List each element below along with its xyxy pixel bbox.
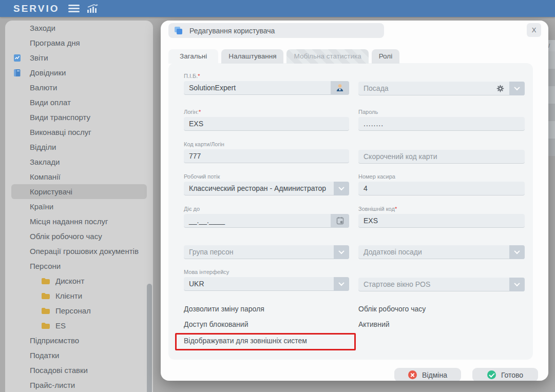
cancel-button[interactable]: Відміна (394, 368, 461, 381)
brand-logo: SERVIO (13, 3, 59, 14)
posada-select[interactable]: Посада (358, 82, 525, 95)
book-icon (12, 69, 22, 77)
cancel-x-icon (408, 370, 417, 379)
application-window: SERVIO /Ло Заходи Програма дня (0, 0, 555, 392)
short-card-code-input[interactable]: Скорочений код карти (358, 150, 525, 164)
field-extra-positions: Додаткові посади (358, 245, 525, 259)
sidebar-item-operatsii-hroshovykh-dokumentiv[interactable]: Операції грошових документів (5, 244, 153, 259)
app-header: SERVIO (0, 0, 555, 17)
cashier-number-input[interactable]: 4 (358, 182, 525, 195)
sidebar-item-vydy-transportu[interactable]: Види транспорту (5, 110, 153, 125)
sidebar-item-kliienty[interactable]: Клієнти (5, 288, 153, 303)
sidebar-item-pidpryiemstvo[interactable]: Підприємство (5, 333, 153, 348)
sidebar-item-personal[interactable]: Персонал (5, 303, 153, 318)
field-valid-until: Діє до __.__.____ (184, 206, 349, 228)
sidebar-item-viddily[interactable]: Відділи (5, 140, 153, 154)
workflow-select[interactable]: Классический ресторан - Администратор (184, 182, 349, 195)
done-check-icon (487, 370, 496, 379)
pib-input[interactable]: SolutionExpert (184, 81, 349, 95)
hamburger-menu-icon[interactable] (68, 5, 80, 12)
sidebar-item-krainy[interactable]: Країни (5, 199, 153, 214)
chevron-down-icon[interactable] (509, 278, 525, 291)
checkbox-row-time-tracking: Облік робочого часу (358, 305, 426, 313)
calendar-icon[interactable] (331, 214, 349, 228)
checkbox-row-show-for-external-systems: Відображувати для зовнішніх систем (184, 337, 307, 345)
person-group-select[interactable]: Група персон (184, 245, 349, 259)
field-short-card-code: Скорочений код карти (358, 150, 525, 164)
field-interface-language: Мова інтерфейсу UKR (184, 269, 349, 291)
password-input[interactable]: ........ (358, 117, 525, 131)
sidebar-item-zvity[interactable]: Звіти (5, 50, 153, 65)
pos-start-window-select[interactable]: Стартове вікно POS (358, 278, 525, 291)
chevron-down-icon[interactable] (334, 245, 349, 259)
interface-language-select[interactable]: UKR (184, 277, 349, 291)
sidebar-item-dyskont[interactable]: Дисконт (5, 273, 153, 288)
extra-positions-select[interactable]: Додаткові посади (358, 245, 525, 259)
chevron-down-icon[interactable] (509, 245, 525, 259)
valid-until-input[interactable]: __.__.____ (184, 214, 349, 228)
tab-nalashtuvannia[interactable]: Налаштування (221, 49, 283, 64)
folder-icon (41, 278, 50, 285)
sidebar-item-mistsia-nadannia-posluh[interactable]: Місця надання послуг (5, 214, 153, 229)
card-code-input[interactable]: 777 (184, 149, 349, 163)
folder-icon (41, 307, 50, 315)
sidebar-item-vykonavtsi-posluh[interactable]: Виконавці послуг (5, 125, 153, 140)
edit-user-dialog: Редагування користувача X Загальні Налаш… (161, 21, 548, 381)
checkbox-row-allow-password-change: Дозволити зміну пароля (184, 305, 264, 313)
sidebar-item-zaklady[interactable]: Заклади (5, 154, 153, 169)
sidebar-item-valiuty[interactable]: Валюти (5, 80, 153, 95)
chevron-down-icon[interactable] (334, 277, 349, 291)
chevron-down-icon[interactable] (334, 182, 349, 195)
sidebar-navigation: Заходи Програма дня Звіти Довідники Валю… (5, 21, 153, 392)
sidebar-scrollbar[interactable] (147, 284, 152, 392)
dialog-title-bar: Редагування користувача (168, 23, 384, 38)
field-card-code: Код карти/Логін 777 (184, 141, 349, 163)
statistics-chart-icon[interactable] (87, 4, 98, 13)
field-posada: Посада (358, 82, 525, 95)
field-cashier-number: Номер касира 4 (358, 173, 525, 195)
sidebar-item-posadovi-stavky[interactable]: Посадові ставки (5, 363, 153, 378)
tab-zahalni[interactable]: Загальні (168, 49, 218, 64)
done-button[interactable]: Готово (472, 368, 538, 381)
field-pos-start-window: Стартове вікно POS (358, 278, 525, 291)
folder-icon (41, 322, 50, 329)
field-login: Логін:* EXS (184, 109, 349, 131)
sidebar-item-es[interactable]: ES (5, 318, 153, 333)
field-external-code: Зовнішній код* EXS (358, 206, 525, 228)
field-pib: П.І.Б.* SolutionExpert (184, 73, 349, 95)
background-table-sliver: /Ло (548, 17, 555, 392)
folder-icon (41, 292, 50, 300)
dialog-title: Редагування користувача (189, 27, 275, 35)
sidebar-item-zahody[interactable]: Заходи (5, 21, 153, 35)
field-workflow: Робочий потік Классический ресторан - Ад… (184, 173, 349, 195)
sidebar-item-oblik-robochoho-chasu[interactable]: Облік робочого часу (5, 229, 153, 244)
checkbox-row-access-blocked: Доступ блокований (184, 320, 248, 328)
external-code-input[interactable]: EXS (358, 214, 525, 228)
background-table-header-fragment: /Ло (548, 40, 555, 51)
tab-roli[interactable]: Ролі (372, 49, 400, 64)
field-person-group: Група персон (184, 245, 349, 259)
login-input[interactable]: EXS (184, 117, 349, 131)
sidebar-item-prais-lysty[interactable]: Прайс-листи (5, 378, 153, 392)
select-person-icon[interactable] (331, 81, 349, 95)
report-icon (12, 54, 22, 62)
sidebar-item-kompanii[interactable]: Компанії (5, 169, 153, 184)
sidebar-item-persony[interactable]: Персони (5, 259, 153, 273)
checkbox-row-active: Активний (358, 320, 390, 328)
close-button[interactable]: X (527, 23, 541, 37)
chevron-down-icon[interactable] (509, 82, 525, 95)
sidebar-item-dovidnyky[interactable]: Довідники (5, 65, 153, 80)
gear-icon[interactable] (496, 85, 504, 92)
field-password: Пароль ........ (358, 109, 525, 131)
layers-icon (175, 27, 183, 35)
dialog-tabs: Загальні Налаштування Мобільна статистик… (168, 49, 399, 64)
tab-mobilna-statystyka: Мобільна статистика (286, 49, 368, 64)
sidebar-item-vydy-oplat[interactable]: Види оплат (5, 95, 153, 110)
sidebar-item-podatky[interactable]: Податки (5, 348, 153, 363)
sidebar-item-prohrama-dnia[interactable]: Програма дня (5, 35, 153, 50)
sidebar-item-korystuvachi-selected[interactable]: Користувачі (11, 184, 147, 199)
